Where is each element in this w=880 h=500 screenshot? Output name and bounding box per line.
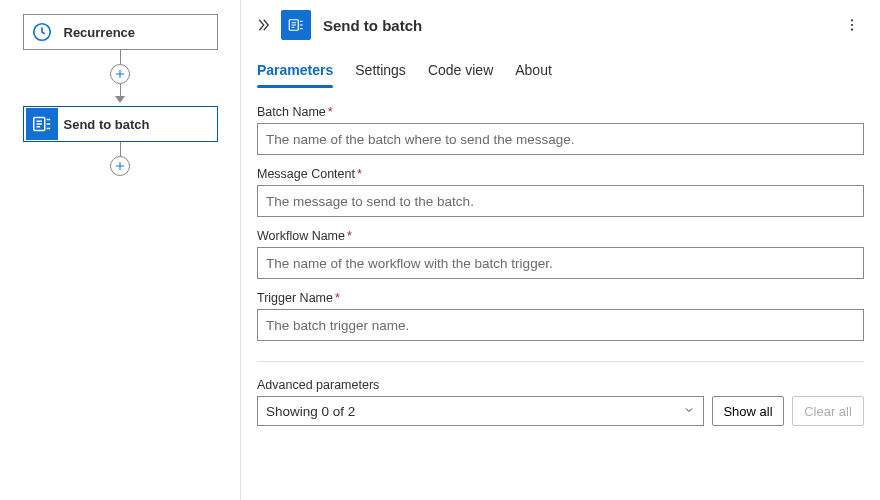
field-trigger-name: Trigger Name* — [257, 291, 864, 341]
panel-title: Send to batch — [323, 17, 840, 34]
field-batch-name: Batch Name* — [257, 105, 864, 155]
more-menu-button[interactable] — [840, 13, 864, 37]
divider — [257, 361, 864, 362]
panel-header: Send to batch — [241, 0, 880, 50]
message-content-input[interactable] — [257, 185, 864, 217]
tab-about[interactable]: About — [515, 56, 552, 88]
collapse-panel-button[interactable] — [251, 13, 275, 37]
trigger-name-input[interactable] — [257, 309, 864, 341]
svg-point-5 — [851, 29, 853, 31]
svg-point-3 — [851, 19, 853, 21]
panel-tabs: Parameters Settings Code view About — [241, 50, 880, 89]
batch-icon — [281, 10, 311, 40]
workflow-end — [110, 142, 130, 176]
workflow-canvas: Recurrence Send to batch — [0, 0, 240, 500]
workflow-node-send-to-batch[interactable]: Send to batch — [23, 106, 218, 142]
workflow-connector — [110, 50, 130, 106]
tab-code-view[interactable]: Code view — [428, 56, 493, 88]
add-step-button[interactable] — [110, 64, 130, 84]
field-workflow-name: Workflow Name* — [257, 229, 864, 279]
recurrence-icon — [26, 16, 58, 48]
advanced-parameters-label: Advanced parameters — [257, 378, 864, 392]
tab-parameters[interactable]: Parameters — [257, 56, 333, 88]
action-config-panel: Send to batch Parameters Settings Code v… — [240, 0, 880, 500]
show-all-button[interactable]: Show all — [712, 396, 784, 426]
workflow-node-label: Recurrence — [60, 25, 136, 40]
add-step-button[interactable] — [110, 156, 130, 176]
svg-point-4 — [851, 24, 853, 26]
advanced-parameters-row: Showing 0 of 2 Show all Clear all — [257, 396, 864, 426]
clear-all-button: Clear all — [792, 396, 864, 426]
tab-settings[interactable]: Settings — [355, 56, 406, 88]
field-label: Batch Name* — [257, 105, 864, 119]
parameters-form: Batch Name* Message Content* Workflow Na… — [241, 89, 880, 500]
workflow-name-input[interactable] — [257, 247, 864, 279]
workflow-node-label: Send to batch — [60, 117, 150, 132]
batch-icon — [26, 108, 58, 140]
field-label: Workflow Name* — [257, 229, 864, 243]
field-label: Message Content* — [257, 167, 864, 181]
advanced-select-value: Showing 0 of 2 — [266, 404, 355, 419]
field-label: Trigger Name* — [257, 291, 864, 305]
chevron-down-icon — [683, 404, 695, 419]
arrow-down-icon — [115, 96, 125, 106]
batch-name-input[interactable] — [257, 123, 864, 155]
field-message-content: Message Content* — [257, 167, 864, 217]
advanced-parameters-select[interactable]: Showing 0 of 2 — [257, 396, 704, 426]
workflow-node-recurrence[interactable]: Recurrence — [23, 14, 218, 50]
